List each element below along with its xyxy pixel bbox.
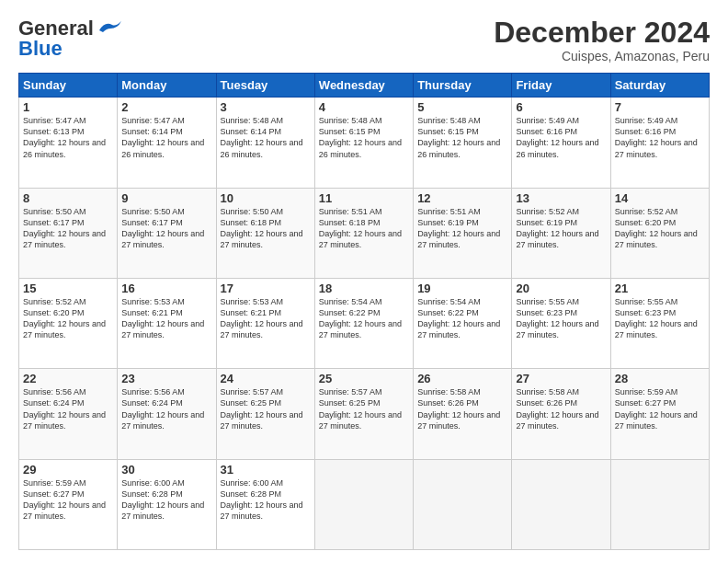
day-info: Sunrise: 5:51 AM Sunset: 6:19 PM Dayligh…	[417, 206, 507, 251]
calendar-day-cell: 23 Sunrise: 5:56 AM Sunset: 6:24 PM Dayl…	[118, 369, 216, 459]
day-info: Sunrise: 5:47 AM Sunset: 6:13 PM Dayligh…	[23, 115, 113, 160]
calendar-day-cell: 12 Sunrise: 5:51 AM Sunset: 6:19 PM Dayl…	[414, 188, 512, 278]
calendar-header-row: Sunday Monday Tuesday Wednesday Thursday…	[19, 74, 710, 98]
col-wednesday: Wednesday	[314, 74, 413, 98]
day-info: Sunrise: 5:58 AM Sunset: 6:26 PM Dayligh…	[417, 386, 507, 431]
daylight-label: Daylight: 12 hours and 27 minutes.	[516, 410, 598, 431]
calendar-day-cell: 7 Sunrise: 5:49 AM Sunset: 6:16 PM Dayli…	[610, 98, 709, 188]
day-info: Sunrise: 5:56 AM Sunset: 6:24 PM Dayligh…	[23, 386, 113, 431]
day-number: 1	[23, 100, 113, 114]
day-info: Sunrise: 5:57 AM Sunset: 6:25 PM Dayligh…	[319, 386, 409, 431]
sunrise-label: Sunrise: 5:53 AM	[221, 297, 284, 306]
daylight-label: Daylight: 12 hours and 27 minutes.	[23, 229, 106, 249]
day-number: 28	[615, 372, 705, 385]
sunset-label: Sunset: 6:26 PM	[417, 398, 479, 408]
day-number: 31	[221, 463, 311, 477]
day-number: 14	[615, 191, 705, 205]
calendar-day-cell: 21 Sunrise: 5:55 AM Sunset: 6:23 PM Dayl…	[610, 278, 709, 368]
sunset-label: Sunset: 6:26 PM	[516, 398, 577, 408]
day-info: Sunrise: 5:53 AM Sunset: 6:21 PM Dayligh…	[121, 296, 211, 341]
sunrise-label: Sunrise: 5:50 AM	[23, 207, 86, 216]
day-number: 12	[417, 191, 507, 205]
sunset-label: Sunset: 6:15 PM	[319, 127, 381, 136]
calendar-day-cell: 22 Sunrise: 5:56 AM Sunset: 6:24 PM Dayl…	[19, 369, 118, 459]
title-block: December 2024 Cuispes, Amazonas, Peru	[494, 17, 710, 63]
calendar-day-cell: 18 Sunrise: 5:54 AM Sunset: 6:22 PM Dayl…	[314, 278, 413, 368]
sunset-label: Sunset: 6:25 PM	[221, 398, 282, 408]
empty-cell	[512, 459, 610, 549]
sunset-label: Sunset: 6:24 PM	[121, 398, 183, 408]
day-number: 11	[319, 191, 409, 205]
col-saturday: Saturday	[610, 74, 709, 98]
sunset-label: Sunset: 6:23 PM	[516, 308, 577, 317]
calendar-day-cell: 29 Sunrise: 5:59 AM Sunset: 6:27 PM Dayl…	[19, 459, 118, 549]
empty-cell	[414, 459, 512, 549]
daylight-label: Daylight: 12 hours and 27 minutes.	[221, 229, 303, 249]
day-number: 7	[615, 100, 705, 114]
sunrise-label: Sunrise: 5:53 AM	[121, 297, 185, 306]
sunrise-label: Sunrise: 5:52 AM	[23, 297, 86, 306]
calendar-day-cell: 11 Sunrise: 5:51 AM Sunset: 6:18 PM Dayl…	[314, 188, 413, 278]
col-friday: Friday	[512, 74, 610, 98]
calendar-day-cell: 10 Sunrise: 5:50 AM Sunset: 6:18 PM Dayl…	[216, 188, 314, 278]
daylight-label: Daylight: 12 hours and 27 minutes.	[417, 229, 500, 249]
sunrise-label: Sunrise: 5:49 AM	[516, 116, 579, 125]
sunset-label: Sunset: 6:27 PM	[615, 398, 677, 408]
day-info: Sunrise: 5:49 AM Sunset: 6:16 PM Dayligh…	[516, 115, 606, 160]
day-number: 9	[121, 191, 211, 205]
calendar-day-cell: 4 Sunrise: 5:48 AM Sunset: 6:15 PM Dayli…	[314, 98, 413, 188]
day-info: Sunrise: 5:51 AM Sunset: 6:18 PM Dayligh…	[319, 206, 409, 251]
sunset-label: Sunset: 6:13 PM	[23, 127, 85, 136]
day-number: 6	[516, 100, 606, 114]
sunrise-label: Sunrise: 5:58 AM	[516, 387, 579, 396]
day-info: Sunrise: 5:49 AM Sunset: 6:16 PM Dayligh…	[615, 115, 705, 160]
sunrise-label: Sunrise: 5:56 AM	[121, 387, 185, 396]
calendar-day-cell: 3 Sunrise: 5:48 AM Sunset: 6:14 PM Dayli…	[216, 98, 314, 188]
day-number: 17	[221, 282, 311, 295]
sunset-label: Sunset: 6:25 PM	[319, 398, 381, 408]
empty-cell	[314, 459, 413, 549]
sunrise-label: Sunrise: 6:00 AM	[221, 478, 284, 488]
daylight-label: Daylight: 12 hours and 27 minutes.	[121, 410, 204, 431]
day-number: 4	[319, 100, 409, 114]
daylight-label: Daylight: 12 hours and 27 minutes.	[319, 319, 402, 339]
sunset-label: Sunset: 6:20 PM	[23, 308, 85, 317]
daylight-label: Daylight: 12 hours and 27 minutes.	[121, 229, 204, 249]
calendar-day-cell: 13 Sunrise: 5:52 AM Sunset: 6:19 PM Dayl…	[512, 188, 610, 278]
daylight-label: Daylight: 12 hours and 27 minutes.	[417, 319, 500, 339]
calendar-week-row: 15 Sunrise: 5:52 AM Sunset: 6:20 PM Dayl…	[19, 278, 710, 368]
calendar-day-cell: 8 Sunrise: 5:50 AM Sunset: 6:17 PM Dayli…	[19, 188, 118, 278]
calendar-day-cell: 25 Sunrise: 5:57 AM Sunset: 6:25 PM Dayl…	[314, 369, 413, 459]
day-number: 8	[23, 191, 113, 205]
sunrise-label: Sunrise: 5:52 AM	[516, 207, 579, 216]
month-title: December 2024	[494, 17, 710, 49]
sunrise-label: Sunrise: 5:57 AM	[319, 387, 382, 396]
sunset-label: Sunset: 6:27 PM	[23, 489, 85, 499]
day-info: Sunrise: 5:58 AM Sunset: 6:26 PM Dayligh…	[516, 386, 606, 431]
calendar-day-cell: 9 Sunrise: 5:50 AM Sunset: 6:17 PM Dayli…	[118, 188, 216, 278]
day-info: Sunrise: 5:52 AM Sunset: 6:19 PM Dayligh…	[516, 206, 606, 251]
calendar-day-cell: 31 Sunrise: 6:00 AM Sunset: 6:28 PM Dayl…	[216, 459, 314, 549]
sunrise-label: Sunrise: 5:59 AM	[615, 387, 678, 396]
calendar-day-cell: 20 Sunrise: 5:55 AM Sunset: 6:23 PM Dayl…	[512, 278, 610, 368]
daylight-label: Daylight: 12 hours and 26 minutes.	[319, 138, 402, 158]
sunset-label: Sunset: 6:28 PM	[121, 489, 183, 499]
sunset-label: Sunset: 6:22 PM	[319, 308, 381, 317]
day-number: 5	[417, 100, 507, 114]
header: General Blue December 2024 Cuispes, Amaz…	[18, 17, 710, 63]
day-number: 16	[121, 282, 211, 295]
sunset-label: Sunset: 6:21 PM	[121, 308, 183, 317]
calendar-day-cell: 19 Sunrise: 5:54 AM Sunset: 6:22 PM Dayl…	[414, 278, 512, 368]
daylight-label: Daylight: 12 hours and 26 minutes.	[516, 138, 598, 158]
day-info: Sunrise: 5:52 AM Sunset: 6:20 PM Dayligh…	[615, 206, 705, 251]
logo: General Blue	[18, 17, 123, 61]
calendar-day-cell: 26 Sunrise: 5:58 AM Sunset: 6:26 PM Dayl…	[414, 369, 512, 459]
day-info: Sunrise: 5:55 AM Sunset: 6:23 PM Dayligh…	[516, 296, 606, 341]
sunrise-label: Sunrise: 5:50 AM	[121, 207, 185, 216]
day-number: 3	[221, 100, 311, 114]
sunrise-label: Sunrise: 5:48 AM	[319, 116, 382, 125]
calendar-table: Sunday Monday Tuesday Wednesday Thursday…	[18, 73, 710, 550]
daylight-label: Daylight: 12 hours and 27 minutes.	[615, 138, 698, 158]
daylight-label: Daylight: 12 hours and 27 minutes.	[221, 319, 303, 339]
day-info: Sunrise: 5:53 AM Sunset: 6:21 PM Dayligh…	[221, 296, 311, 341]
